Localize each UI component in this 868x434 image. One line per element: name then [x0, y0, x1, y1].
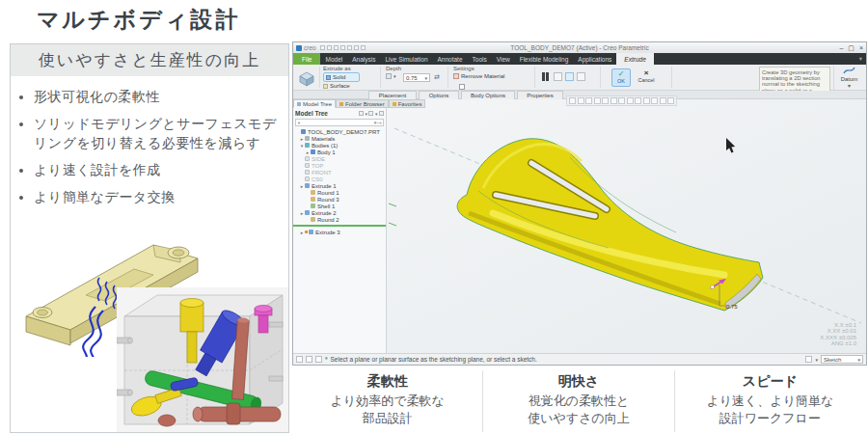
zoom-in-icon[interactable] — [578, 97, 584, 104]
tree-item[interactable]: Body 1 — [293, 149, 386, 155]
tab-extrude-active[interactable]: Extrude — [616, 53, 653, 65]
tree-item[interactable]: SIDE — [293, 155, 386, 162]
navigator-tabs: Model Tree Folder Browser Favorites — [293, 99, 422, 108]
tab-annotate[interactable]: Annotate — [433, 53, 468, 65]
tree-item[interactable]: Extrude 1 — [293, 182, 386, 189]
body-options-tab[interactable]: Body Options — [461, 91, 515, 99]
tree-search-input[interactable] — [295, 119, 384, 126]
tab-flexible-modeling[interactable]: Flexible Modeling — [515, 53, 574, 65]
solid-button[interactable]: Solid — [323, 72, 360, 82]
tree-item[interactable]: Bodies (1) — [293, 142, 386, 149]
datum-display-icon[interactable] — [635, 97, 641, 104]
search-expand-icon[interactable] — [379, 120, 382, 125]
favorites-tab[interactable]: Favorites — [389, 99, 426, 108]
tab-live-simulation[interactable]: Live Simulation — [380, 53, 432, 65]
repaint-icon[interactable] — [594, 97, 601, 104]
bullet-list: 形状可視化の柔軟性 ソリッドモデリングとサーフェスモデリングを切り替える必要性を… — [18, 88, 283, 207]
filter-mode-select[interactable]: Sketch — [821, 355, 863, 364]
tree-item[interactable]: Materials — [293, 135, 386, 142]
new-file-icon[interactable] — [320, 45, 325, 50]
saved-orientations-icon[interactable] — [618, 97, 625, 104]
tree-item[interactable]: Round 2 — [293, 216, 386, 223]
undo-icon[interactable] — [340, 45, 345, 50]
search-caret-icon[interactable] — [815, 357, 818, 363]
properties-tab[interactable]: Properties — [517, 91, 563, 99]
redo-icon[interactable] — [347, 45, 352, 50]
remove-material-button[interactable]: Remove Material — [453, 73, 504, 79]
tab-applications[interactable]: Applications — [573, 53, 616, 65]
close-button[interactable] — [859, 44, 863, 52]
tree-item[interactable]: CS0 — [293, 176, 386, 182]
depth-value-input[interactable]: 0.75 — [403, 73, 430, 82]
status-bar: Select a plane or planar surface as the … — [293, 353, 866, 365]
tree-item[interactable]: Round 3 — [293, 196, 386, 203]
tree-item[interactable]: Shell 1 — [293, 203, 386, 209]
surface-button[interactable]: Surface — [323, 83, 350, 89]
tree-detach-icon[interactable] — [379, 111, 384, 116]
tree-filter-icon[interactable] — [359, 111, 364, 116]
search-binoculars-icon[interactable] — [805, 356, 812, 363]
tree-item[interactable]: FRONT — [293, 169, 386, 176]
tab-view[interactable]: View — [492, 53, 515, 65]
depth-type-button[interactable] — [386, 73, 396, 79]
flip-direction-button[interactable] — [434, 73, 440, 81]
zoom-out-icon[interactable] — [585, 97, 592, 104]
spin-center-icon[interactable] — [651, 97, 658, 104]
options-tab[interactable]: Options — [419, 91, 459, 99]
tree-item[interactable]: Extrude 2 — [293, 209, 386, 216]
title-bar: creo TOOL_BODY_DEMO7 (Active) - Creo Par… — [293, 42, 866, 53]
tree-item[interactable]: TOP — [293, 162, 386, 169]
tab-analysis[interactable]: Analysis — [347, 53, 380, 65]
tree-settings-caret-icon[interactable] — [375, 111, 378, 117]
tab-tools[interactable]: Tools — [468, 53, 492, 65]
cancel-button[interactable]: Cancel — [635, 68, 658, 87]
shading-icon[interactable] — [602, 97, 609, 104]
tab-file[interactable]: File — [293, 53, 320, 65]
status-toggle-icon-2[interactable] — [306, 356, 312, 363]
view-manager-icon[interactable] — [627, 97, 634, 104]
minimize-button[interactable] — [839, 44, 843, 52]
status-toggle-icon-3[interactable] — [315, 356, 322, 363]
save-icon[interactable] — [334, 45, 339, 50]
tree-settings-icon[interactable] — [368, 111, 373, 116]
preview-glasses-icon[interactable] — [577, 72, 585, 81]
open-file-icon[interactable] — [327, 45, 332, 50]
pause-button[interactable] — [542, 72, 549, 81]
bullet-item: ソリッドモデリングとサーフェスモデリングを切り替える必要性を減らす — [34, 115, 283, 152]
attached-preview-icon[interactable] — [565, 72, 574, 81]
datum-icon — [843, 66, 855, 75]
perspective-icon[interactable] — [660, 97, 666, 104]
display-style-icon[interactable] — [610, 97, 617, 104]
benefit-columns: 柔軟性 より効率的で柔軟な 部品設計 明快さ 視覚化の柔軟性と 使いやすさの向上… — [292, 370, 865, 432]
maximize-button[interactable] — [848, 44, 854, 52]
placement-tab[interactable]: Placement — [368, 91, 417, 99]
ok-button[interactable]: OK — [611, 68, 631, 87]
regenerate-icon[interactable] — [354, 45, 359, 50]
ribbon-collapse-icon[interactable] — [859, 55, 862, 63]
status-toggle-icon-1[interactable] — [296, 356, 303, 363]
3d-box-icon[interactable] — [667, 97, 674, 104]
depth-value-caret-icon[interactable] — [424, 75, 427, 81]
depth-dimension-label[interactable]: 0.75 — [726, 304, 738, 310]
graphics-area[interactable]: 0.75 X.X ±0.1 X.XX ±0.01 X.XXX ±0.005 AN… — [387, 99, 866, 353]
folder-browser-tab[interactable]: Folder Browser — [336, 99, 389, 108]
extrude-dashboard: Extrude as Solid Surface Depth 0.75 Sett… — [293, 65, 866, 91]
cancel-x-icon — [635, 68, 658, 77]
depth-label: Depth — [386, 66, 401, 71]
tree-filter-caret-icon[interactable] — [365, 111, 367, 117]
model-tree-tab[interactable]: Model Tree — [293, 99, 336, 108]
tree-item[interactable]: Round 1 — [293, 189, 386, 196]
datum-group[interactable]: Datum — [833, 66, 864, 90]
windows-icon[interactable] — [361, 45, 366, 50]
tab-model[interactable]: Model — [320, 53, 347, 65]
solid-icon — [326, 75, 331, 80]
taper-checkbox[interactable] — [459, 84, 465, 90]
window-title: TOOL_BODY_DEMO7 (Active) - Creo Parametr… — [409, 44, 750, 51]
annotation-display-icon[interactable] — [643, 97, 650, 104]
tree-item-root[interactable]: TOOL_BODY_DEMO7.PRT — [293, 128, 386, 135]
tree-item-active[interactable]: Extrude 3 — [293, 229, 386, 235]
datum-caret-icon[interactable] — [834, 82, 864, 89]
insert-here-locator[interactable] — [293, 225, 386, 227]
no-preview-icon[interactable] — [554, 72, 562, 81]
refit-icon[interactable] — [569, 97, 576, 104]
